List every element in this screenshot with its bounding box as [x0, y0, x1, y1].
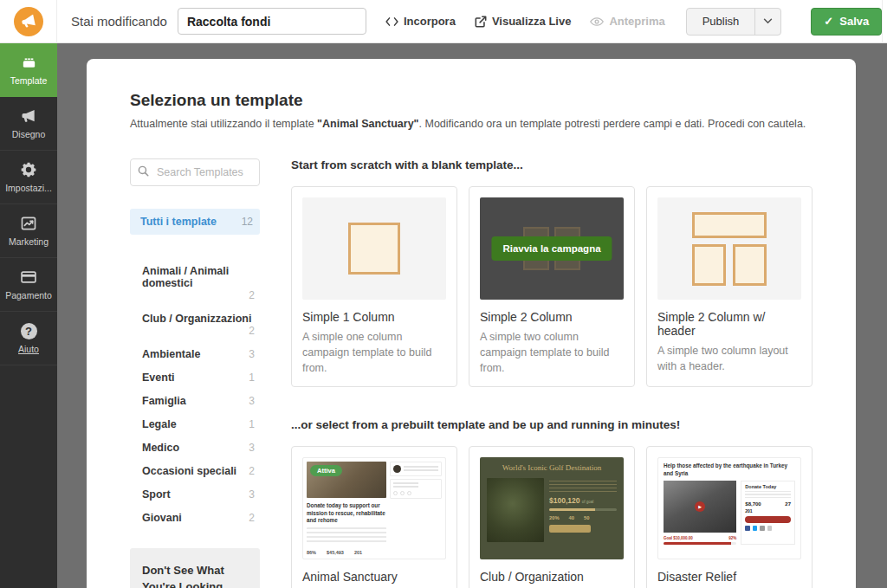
progress-fill [664, 542, 731, 545]
layout-blocks [692, 212, 767, 286]
category-item-sport[interactable]: Sport3 [130, 482, 260, 506]
publish-button[interactable]: Publish [687, 9, 755, 35]
template-icon [20, 54, 38, 71]
thumb-goal-row: Goal $10,000.00 92% [664, 536, 736, 540]
save-label: Salva [839, 15, 869, 28]
category-count: 3 [249, 348, 255, 360]
preview-button[interactable]: Anteprima [590, 15, 664, 28]
embed-label: Incorpora [404, 15, 456, 28]
thumb-profile-card [390, 462, 442, 476]
filter-column: Tutti i template 12 Animali / Animali do… [130, 158, 260, 588]
thumb-sidebar [390, 462, 442, 555]
category-label: Medico [142, 442, 179, 454]
thumb-stats: 20% 40 50 [549, 515, 617, 520]
template-card-disaster-relief[interactable]: Help those affected by the earthquake in… [646, 446, 813, 588]
category-count: 2 [249, 465, 255, 477]
thumb-text-lines [549, 481, 617, 493]
search-input[interactable] [130, 158, 260, 186]
thumb-text-lines [393, 482, 418, 489]
topbar-actions: Incorpora Visualizza Live Anteprima Publ… [385, 8, 882, 36]
thumb-donate-button [549, 525, 591, 533]
check-icon: ✓ [824, 15, 833, 28]
category-item-medico[interactable]: Medico3 [130, 436, 260, 459]
publish-dropdown-toggle[interactable] [754, 9, 780, 35]
template-card-simple-2-column-header[interactable]: Simple 2 Column w/ header A simple two c… [646, 186, 813, 387]
category-item-eventi[interactable]: Eventi1 [130, 365, 260, 389]
save-button[interactable]: ✓ Salva [811, 8, 882, 36]
sidebar-item-label: Template [10, 75, 48, 86]
layout-blocks-row [692, 244, 767, 286]
panel-content: Tutti i template 12 Animali / Animali do… [130, 158, 813, 588]
template-card-simple-2-column[interactable]: Riavvia la campagna Simple 2 Column A si… [469, 186, 635, 387]
sidebar-item-impostazioni[interactable]: Impostazi... [0, 151, 57, 204]
category-label: Sport [142, 488, 171, 501]
help-box: Don't See What You're Looking For? Let u… [130, 548, 260, 588]
category-item-giovani[interactable]: Giovani2 [130, 506, 260, 529]
category-item-legale[interactable]: Legale1 [130, 412, 260, 436]
stat-amount: $45,493 [327, 550, 344, 555]
blank-card-grid: Simple 1 Column A simple one column camp… [291, 186, 813, 387]
category-item-famiglia[interactable]: Famiglia3 [130, 389, 260, 412]
restart-campaign-button[interactable]: Riavvia la campagna [491, 236, 612, 261]
share-icon [767, 526, 773, 531]
thumb-main: $100,120 of goal 20% 40 50 [549, 478, 617, 542]
filter-all-templates[interactable]: Tutti i template 12 [130, 209, 260, 235]
layout-block [692, 244, 726, 286]
campaign-name-input[interactable] [178, 8, 366, 35]
category-label: Animali / Animali domestici [142, 265, 255, 289]
blank-section-heading: Start from scratch with a blank template… [291, 158, 813, 171]
template-card-simple-1-column[interactable]: Simple 1 Column A simple one column camp… [291, 186, 457, 387]
search-icon [138, 165, 149, 177]
category-label: Ambientale [142, 348, 200, 360]
template-card-animal-sanctuary[interactable]: Attiva Donate today to support our missi… [291, 446, 457, 588]
category-label: Giovani [142, 512, 182, 524]
template-preview: Attiva Donate today to support our missi… [302, 457, 446, 559]
thumb-text-lines [404, 466, 438, 473]
thumb-photo [487, 478, 544, 542]
thumb-heading: Donate today to support our mission to r… [307, 502, 386, 524]
category-label: Club / Organizzazioni [142, 313, 251, 325]
category-item-ambientale[interactable]: Ambientale3 [130, 342, 260, 365]
view-live-label: Visualizza Live [492, 15, 572, 28]
embed-button[interactable]: Incorpora [385, 15, 456, 28]
card-title: Disaster Relief [657, 570, 801, 584]
goal-text: Goal $10,000.00 [664, 536, 693, 540]
category-item-club[interactable]: Club / Organizzazioni2 [130, 307, 260, 342]
category-count: 1 [249, 372, 255, 384]
preview-label: Anteprima [609, 15, 664, 28]
view-live-button[interactable]: Visualizza Live [475, 15, 572, 28]
template-card-club-organization[interactable]: World's Iconic Golf Destination $100,120… [469, 446, 635, 588]
thumb-amount: $100,120 of goal [549, 496, 617, 505]
megaphone-icon [20, 13, 36, 29]
filter-all-label: Tutti i template [140, 216, 217, 228]
sidebar-item-label: Pagamento [5, 290, 52, 300]
category-list: Animali / Animali domestici2 Club / Orga… [130, 259, 260, 529]
play-icon: ▶ [695, 501, 705, 512]
stat-supporters: 201 [745, 508, 791, 514]
category-label: Occasioni speciali [142, 465, 236, 477]
share-icon [760, 526, 765, 531]
twitter-icon [753, 526, 758, 531]
page-title: Seleziona un template [130, 91, 813, 110]
sidebar-item-template[interactable]: Template [0, 43, 57, 97]
chevron-down-icon [763, 18, 773, 24]
sidebar-item-aiuto[interactable]: ? Aiuto [0, 312, 57, 365]
logo-cell [0, 0, 57, 43]
progress-bar [664, 542, 736, 545]
category-count: 3 [249, 442, 255, 454]
category-count: 2 [249, 325, 255, 337]
sidebar-item-marketing[interactable]: Marketing [0, 204, 57, 258]
category-item-occasioni[interactable]: Occasioni speciali2 [130, 459, 260, 482]
card-description: A simple two column campaign template to… [480, 329, 624, 376]
template-preview [302, 197, 446, 300]
subtitle-prefix: Attualmente stai utilizzando il template [130, 118, 317, 130]
chart-icon [20, 215, 37, 232]
thumb-heading: Help those affected by the earthquake in… [664, 462, 795, 477]
card-description: A simple two column layout with a header… [657, 343, 801, 374]
category-item-animali[interactable]: Animali / Animali domestici2 [130, 259, 260, 307]
sidebar-item-pagamento[interactable]: Pagamento [0, 258, 57, 312]
sidebar-item-disegno[interactable]: Disegno [0, 97, 57, 151]
page-subtitle: Attualmente stai utilizzando il template… [130, 118, 813, 130]
thumb-layout: $100,120 of goal 20% 40 50 [487, 478, 617, 542]
thumb-share-card [390, 479, 442, 499]
